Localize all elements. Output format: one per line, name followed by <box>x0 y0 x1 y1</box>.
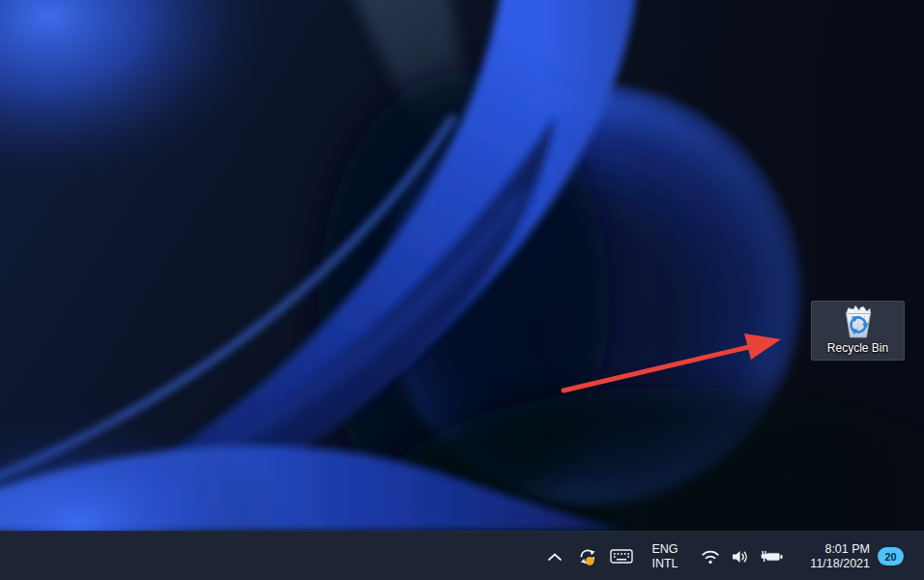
taskbar: ENG INTL <box>0 531 924 580</box>
notification-count: 20 <box>884 551 896 563</box>
battery-charging-icon <box>760 549 784 565</box>
network-volume-battery-button[interactable] <box>700 537 785 576</box>
recycle-bin-icon <box>837 303 880 341</box>
notification-badge[interactable]: 20 <box>878 547 904 566</box>
hidden-icons-button[interactable] <box>544 537 565 576</box>
recycle-bin-desktop-icon[interactable]: Recycle Bin <box>811 301 905 361</box>
sync-attention-icon <box>577 547 598 566</box>
clock[interactable]: 8:01 PM 11/18/2021 <box>802 537 870 576</box>
touch-keyboard-button[interactable] <box>609 537 634 576</box>
system-tray: ENG INTL <box>544 532 924 580</box>
wifi-icon <box>701 549 720 565</box>
windows-11-desktop: Recycle Bin <box>0 0 924 580</box>
language-region: INTL <box>651 557 678 571</box>
chevron-up-icon <box>547 552 563 562</box>
language-code: ENG <box>651 542 678 557</box>
language-switcher[interactable]: ENG INTL <box>648 537 682 576</box>
clock-date: 11/18/2021 <box>810 557 870 571</box>
volume-icon <box>731 549 749 565</box>
touch-keyboard-icon <box>610 548 633 565</box>
desktop-wallpaper <box>0 0 924 531</box>
clock-time: 8:01 PM <box>824 542 870 557</box>
sync-status-button[interactable] <box>575 537 600 576</box>
recycle-bin-label: Recycle Bin <box>827 341 888 355</box>
